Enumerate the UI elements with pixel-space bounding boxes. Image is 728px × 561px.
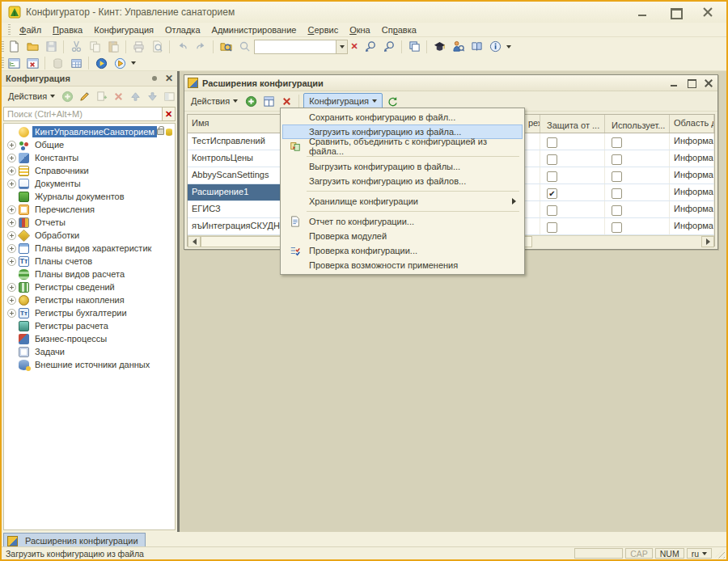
- configuration-menu-button[interactable]: Конфигурация: [303, 93, 383, 109]
- delete-icon[interactable]: [111, 88, 126, 104]
- expand-icon[interactable]: [7, 218, 16, 227]
- menu-edit[interactable]: Правка: [47, 23, 88, 36]
- combo-clear-icon[interactable]: ✕: [348, 40, 361, 54]
- undo-icon[interactable]: [173, 39, 191, 55]
- minimize-icon[interactable]: [670, 79, 679, 87]
- tree-item[interactable]: Константы: [4, 151, 175, 164]
- menu-windows[interactable]: Окна: [344, 23, 376, 36]
- expand-icon[interactable]: [7, 244, 16, 253]
- table-icon[interactable]: [67, 55, 85, 71]
- configuration-tree-icon[interactable]: [5, 55, 23, 71]
- minimize-icon[interactable]: [637, 7, 649, 17]
- column-header[interactable]: Область де...: [670, 115, 714, 133]
- add-extension-icon[interactable]: [243, 93, 259, 109]
- edit-icon[interactable]: [77, 88, 92, 104]
- expand-icon[interactable]: [7, 231, 16, 240]
- dock-icon[interactable]: [162, 88, 177, 104]
- open-configuration-icon[interactable]: [260, 93, 277, 109]
- delete-extension-icon[interactable]: [278, 93, 294, 109]
- tree-item-root[interactable]: КинтУправлениеСанаторием: [4, 125, 175, 138]
- menu-configuration[interactable]: Конфигурация: [88, 23, 159, 36]
- print-icon[interactable]: [129, 39, 147, 55]
- find-references-icon[interactable]: [449, 39, 467, 55]
- uses-checkbox[interactable]: [612, 188, 622, 199]
- paste-icon[interactable]: [104, 39, 122, 55]
- uses-checkbox[interactable]: [612, 222, 622, 233]
- scroll-left-icon[interactable]: [188, 236, 201, 247]
- save-icon[interactable]: [42, 39, 60, 55]
- safe-mode-checkbox[interactable]: [547, 188, 557, 199]
- refresh-icon[interactable]: [384, 93, 400, 109]
- tree-item[interactable]: ТтРегистры бухгалтерии: [4, 306, 175, 319]
- menu-item-check-modules[interactable]: Проверка модулей: [282, 229, 523, 243]
- cut-icon[interactable]: [67, 39, 85, 55]
- uses-checkbox[interactable]: [612, 171, 622, 182]
- tree-item[interactable]: Регистры накопления: [4, 293, 175, 306]
- uses-checkbox[interactable]: [612, 205, 622, 216]
- close-configuration-icon[interactable]: [23, 55, 41, 71]
- expand-icon[interactable]: [7, 309, 16, 318]
- safe-mode-checkbox[interactable]: [547, 222, 557, 233]
- tree-item[interactable]: Регистры сведений: [4, 280, 175, 293]
- resize-grip[interactable]: [715, 549, 725, 559]
- actions-button[interactable]: Действия: [188, 95, 241, 108]
- new-document-icon[interactable]: [5, 39, 23, 55]
- menu-help[interactable]: Справка: [376, 23, 422, 36]
- panel-header[interactable]: Конфигурация ✕: [2, 71, 177, 86]
- find-next-icon[interactable]: [362, 39, 379, 55]
- tree-item[interactable]: Бизнес-процессы: [4, 332, 175, 345]
- search-clear-icon[interactable]: ✕: [163, 107, 176, 121]
- menu-item-check-config[interactable]: Проверка конфигурации...: [282, 243, 523, 258]
- find-in-files-icon[interactable]: [217, 39, 235, 55]
- toolbar-grip[interactable]: [2, 57, 4, 69]
- database-icon[interactable]: [49, 55, 66, 71]
- tree-item[interactable]: Планы видов расчета: [4, 268, 175, 280]
- start-debugging-icon[interactable]: [92, 55, 110, 71]
- panel-close-icon[interactable]: ✕: [165, 73, 173, 84]
- close-icon[interactable]: [702, 7, 713, 17]
- menu-file[interactable]: Файл: [14, 23, 47, 36]
- copy-icon[interactable]: [86, 39, 104, 55]
- column-header[interactable]: Использует...: [605, 115, 670, 133]
- tree-item[interactable]: Перечисления: [4, 203, 175, 216]
- menu-item-config-report[interactable]: Отчет по конфигурации...: [282, 214, 523, 229]
- pin-icon[interactable]: [152, 76, 157, 81]
- child-title-bar[interactable]: Расширения конфигурации: [184, 75, 717, 91]
- tree-item[interactable]: Внешние источники данных: [4, 358, 175, 371]
- redo-icon[interactable]: [192, 39, 210, 55]
- expand-icon[interactable]: [7, 154, 16, 162]
- safe-mode-checkbox[interactable]: [547, 171, 557, 182]
- combo-dropdown-icon[interactable]: [336, 40, 348, 54]
- find-previous-icon[interactable]: [380, 39, 398, 55]
- expand-icon[interactable]: [7, 167, 16, 175]
- syntax-check-icon[interactable]: [430, 39, 448, 55]
- add-icon[interactable]: [60, 88, 75, 104]
- open-icon[interactable]: [23, 39, 41, 55]
- tree-item[interactable]: Общие: [4, 138, 175, 151]
- toolbar-more-icon[interactable]: [506, 45, 511, 49]
- column-header[interactable]: Защита от ...: [540, 115, 605, 133]
- tree-item[interactable]: ТтПланы счетов: [4, 255, 175, 268]
- tree-item[interactable]: Журналы документов: [4, 190, 175, 203]
- uses-checkbox[interactable]: [612, 154, 622, 165]
- menu-item-check-applicability[interactable]: Проверка возможности применения: [282, 258, 523, 272]
- syntax-help-icon[interactable]: [468, 39, 485, 55]
- column-header[interactable]: Имя: [188, 115, 281, 133]
- expand-icon[interactable]: [7, 141, 16, 150]
- expand-icon[interactable]: [7, 205, 16, 214]
- toolbar-grip[interactable]: [2, 41, 4, 53]
- search-icon[interactable]: [235, 39, 253, 55]
- tree-item[interactable]: Отчеты: [4, 216, 175, 229]
- menu-item-config-repository[interactable]: Хранилище конфигурации: [282, 194, 523, 209]
- expand-icon[interactable]: [7, 296, 16, 305]
- uses-checkbox[interactable]: [612, 137, 622, 148]
- print-preview-icon[interactable]: [148, 39, 166, 55]
- search-input[interactable]: [3, 107, 163, 121]
- safe-mode-checkbox[interactable]: [547, 154, 557, 165]
- tree-item[interactable]: Задачи: [4, 345, 175, 358]
- info-icon[interactable]: [486, 39, 504, 55]
- menu-item-dump-to-files[interactable]: Выгрузить конфигурацию в файлы...: [282, 159, 523, 174]
- clone-icon[interactable]: [94, 88, 109, 104]
- menu-item-compare-merge[interactable]: Сравнить, объединить с конфигурацией из …: [282, 139, 523, 154]
- expand-icon[interactable]: [7, 179, 16, 188]
